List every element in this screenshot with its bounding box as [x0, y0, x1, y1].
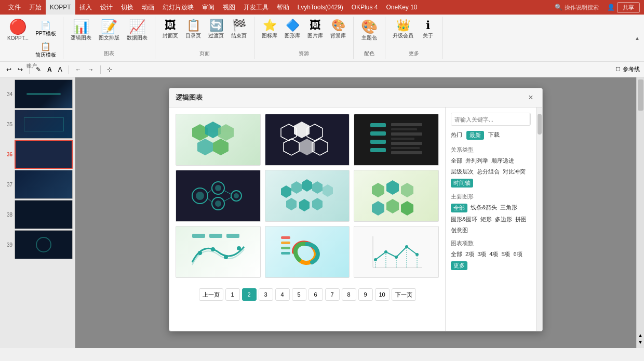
- ribbon-btn-shape-lib[interactable]: 🔷 图形库: [281, 19, 303, 48]
- ribbon-btn-theme[interactable]: 🎨 主题色: [358, 19, 381, 48]
- filter-tag-2[interactable]: 2项: [465, 250, 474, 258]
- gallery-item-4[interactable]: [176, 170, 261, 222]
- reference-line-checkbox[interactable]: ☐ 参考线: [615, 65, 640, 73]
- filter-tag-hierarchy[interactable]: 层级层次: [451, 168, 474, 176]
- gallery-item-1[interactable]: [176, 114, 261, 166]
- dialog-close-button[interactable]: ×: [526, 92, 536, 103]
- page-btn-5[interactable]: 5: [292, 288, 306, 301]
- menu-insert[interactable]: 插入: [75, 0, 96, 15]
- filter-tag-circle[interactable]: 圆形&圆环: [451, 216, 477, 223]
- page-btn-1[interactable]: 1: [225, 288, 240, 301]
- toolbar-forward[interactable]: →: [86, 65, 96, 74]
- search-label[interactable]: 操作说明搜索: [565, 4, 599, 11]
- menu-okplus[interactable]: OKPlus 4: [347, 0, 382, 15]
- menu-file[interactable]: 文件: [4, 0, 25, 15]
- gallery-item-9[interactable]: [354, 226, 439, 278]
- filter-tab-new[interactable]: 最新: [466, 131, 484, 140]
- slide-item-35[interactable]: 35: [2, 110, 73, 139]
- ribbon-btn-koppt[interactable]: 🔴 KOPPT...: [4, 19, 32, 60]
- slide-item-37[interactable]: 37: [2, 170, 73, 199]
- toolbar-back[interactable]: ←: [73, 65, 84, 74]
- filter-tag-all-shape[interactable]: 全部: [451, 204, 467, 212]
- filter-tab-download[interactable]: 下载: [488, 131, 500, 140]
- menu-switch[interactable]: 切换: [117, 0, 138, 15]
- filter-tag-polygon[interactable]: 多边形: [495, 216, 512, 223]
- toolbar-text[interactable]: A: [45, 65, 54, 74]
- ribbon-collapse-arrow[interactable]: ▲: [635, 35, 640, 41]
- filter-tag-line-arrow[interactable]: 线条&箭头: [471, 204, 497, 212]
- filter-tag-creative[interactable]: 创意图: [451, 226, 468, 234]
- page-btn-8[interactable]: 8: [342, 288, 356, 301]
- filter-tag-triangle[interactable]: 三角形: [500, 204, 517, 212]
- filter-tag-5[interactable]: 5项: [501, 250, 510, 258]
- slide-item-36[interactable]: 36: [2, 140, 73, 169]
- slide-item-39[interactable]: 39: [2, 230, 73, 259]
- ribbon-btn-icon-lib[interactable]: ⭐ 图标库: [259, 19, 280, 48]
- page-prev-button[interactable]: 上一页: [199, 288, 223, 301]
- filter-tag-parallel[interactable]: 并列列举: [465, 157, 488, 165]
- ribbon-btn-upgrade[interactable]: 👑 升级会员: [390, 19, 417, 48]
- page-btn-3[interactable]: 3: [259, 288, 273, 301]
- ribbon-btn-ppt-template[interactable]: 📄 PPT模板: [33, 19, 59, 39]
- dialog-scrollbar[interactable]: [536, 108, 542, 331]
- ribbon-btn-text-layout[interactable]: 📝 图文排版: [96, 19, 123, 48]
- scroll-down-btn[interactable]: ▼: [638, 339, 643, 345]
- page-btn-2[interactable]: 2: [242, 288, 257, 301]
- filter-tag-puzzle[interactable]: 拼图: [515, 216, 527, 223]
- slide-item-34[interactable]: 34: [2, 79, 73, 109]
- filter-tag-all-count[interactable]: 全部: [451, 250, 462, 258]
- menu-slideshow[interactable]: 幻灯片放映: [158, 0, 198, 15]
- ribbon-btn-logic-chart[interactable]: 📊 逻辑图表: [68, 19, 95, 48]
- search-button[interactable]: 🔍: [529, 113, 531, 125]
- ribbon-btn-image-lib[interactable]: 🖼 图片库: [304, 19, 326, 48]
- ribbon-btn-data-chart[interactable]: 📈 数据图表: [124, 19, 151, 48]
- toolbar-select[interactable]: ⊹: [105, 65, 114, 74]
- filter-tab-hot[interactable]: 热门: [451, 131, 462, 140]
- share-button[interactable]: 共享: [617, 2, 640, 13]
- search-input[interactable]: [451, 113, 529, 125]
- gallery-item-8[interactable]: [265, 226, 350, 278]
- menu-design[interactable]: 设计: [96, 0, 117, 15]
- menu-review[interactable]: 审阅: [198, 0, 219, 15]
- toolbar-redo[interactable]: ↪: [16, 65, 25, 74]
- filter-tag-contrast[interactable]: 对比冲突: [503, 168, 526, 176]
- page-btn-9[interactable]: 9: [358, 288, 373, 301]
- ribbon-btn-bg-lib[interactable]: 🎨 背景库: [327, 19, 349, 48]
- page-btn-10[interactable]: 10: [375, 288, 390, 301]
- gallery-item-5[interactable]: [265, 170, 350, 222]
- ribbon-btn-about[interactable]: ℹ 关于: [418, 19, 438, 48]
- gallery-item-3[interactable]: [354, 114, 439, 166]
- page-btn-4[interactable]: 4: [275, 288, 290, 301]
- ribbon-btn-cv-template[interactable]: 📋 简历模板: [33, 40, 59, 60]
- toolbar-undo[interactable]: ↩: [4, 65, 14, 74]
- menu-koppt[interactable]: KOPPT: [46, 0, 75, 15]
- toolbar-text2[interactable]: A: [56, 65, 64, 74]
- gallery-item-6[interactable]: [354, 170, 439, 222]
- menu-lvyhtools[interactable]: LvyhTools(0429): [293, 0, 347, 15]
- menu-help[interactable]: 帮助: [273, 0, 293, 15]
- filter-tag-timeline[interactable]: 时间轴: [451, 179, 473, 188]
- menu-devtools[interactable]: 开发工具: [239, 0, 273, 15]
- scroll-up-btn[interactable]: ▲: [638, 332, 643, 338]
- page-next-button[interactable]: 下一页: [392, 288, 416, 301]
- gallery-item-2[interactable]: [265, 114, 350, 166]
- ribbon-btn-toc[interactable]: 📋 目录页: [182, 19, 204, 48]
- ribbon-btn-end-page[interactable]: 🏁 结束页: [228, 19, 250, 48]
- filter-tag-4[interactable]: 4项: [489, 250, 498, 258]
- filter-tag-3[interactable]: 3项: [477, 250, 486, 258]
- menu-animation[interactable]: 动画: [138, 0, 158, 15]
- filter-tag-sequential[interactable]: 顺序递进: [491, 157, 514, 165]
- menu-view[interactable]: 视图: [219, 0, 239, 15]
- filter-tag-6[interactable]: 6项: [514, 250, 522, 258]
- right-scrollbar[interactable]: ▲ ▼: [636, 77, 644, 348]
- menu-home[interactable]: 开始: [25, 0, 46, 15]
- page-btn-6[interactable]: 6: [308, 288, 323, 301]
- filter-tag-combination[interactable]: 总分组合: [477, 168, 500, 176]
- filter-tag-all-rel[interactable]: 全部: [451, 157, 462, 165]
- filter-tag-rect[interactable]: 矩形: [480, 216, 492, 223]
- ribbon-btn-transition-page[interactable]: 🔄 过渡页: [205, 19, 227, 48]
- slide-item-38[interactable]: 38: [2, 200, 73, 229]
- menu-onekey[interactable]: OneKey 10: [382, 0, 421, 15]
- gallery-item-7[interactable]: [176, 226, 261, 278]
- filter-tag-more[interactable]: 更多: [451, 261, 467, 270]
